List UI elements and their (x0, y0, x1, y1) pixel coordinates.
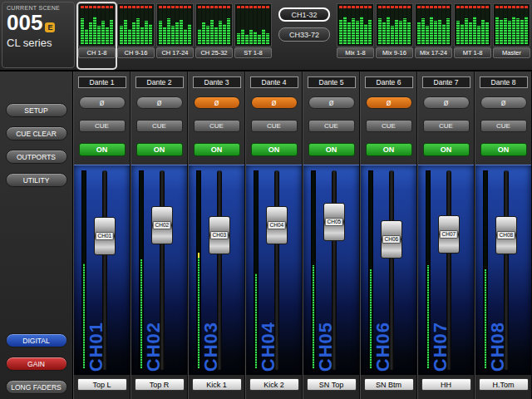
fader-cap[interactable]: CH02 (151, 206, 173, 244)
phase-button[interactable]: ø (480, 96, 527, 109)
meter-block-tab[interactable]: ST 1-8 (234, 47, 272, 58)
fader-cap[interactable]: CH08 (495, 216, 517, 254)
channel-name[interactable]: SN Btm (364, 378, 414, 391)
mini-meter (167, 6, 170, 44)
setup-button[interactable]: SETUP (6, 103, 67, 117)
fader-cap[interactable]: CH03 (209, 216, 230, 254)
meter-block-tab[interactable]: Mix 9-16 (376, 47, 413, 58)
meter-block-tab[interactable]: MT 1-8 (454, 47, 491, 58)
meter-block-tab[interactable]: CH 1-8 (78, 47, 116, 58)
cue-button[interactable]: CUE (194, 120, 240, 132)
phase-button[interactable]: ø (79, 96, 126, 109)
meter-block[interactable]: ST 1-8 (234, 3, 272, 68)
port-patch-label[interactable]: Dante 3 (193, 76, 241, 88)
phase-button[interactable]: ø (423, 96, 470, 109)
meter-block[interactable]: CH 9-16 (117, 3, 155, 68)
channel-name[interactable]: H.Tom (479, 378, 529, 391)
meter-bank-selector: CH1-32 CH33-72 (273, 0, 335, 70)
mini-meter-clip-led (391, 6, 394, 8)
mini-meter (456, 6, 460, 44)
meter-block-tab[interactable]: CH 9-16 (117, 47, 155, 58)
meter-block[interactable]: CH 25-32 (195, 3, 233, 68)
channel-name[interactable]: Kick 2 (249, 378, 299, 391)
sidebar: SETUP CUE CLEAR OUTPORTS UTILITY DIGITAL… (0, 71, 73, 399)
cue-button[interactable]: CUE (480, 120, 527, 132)
cue-button[interactable]: CUE (366, 120, 412, 132)
mini-meter (124, 6, 127, 44)
fader-cap[interactable]: CH05 (323, 203, 345, 241)
on-button[interactable]: ON (480, 143, 527, 156)
on-button[interactable]: ON (308, 143, 355, 156)
gain-button[interactable]: GAIN (6, 357, 67, 371)
port-patch-label[interactable]: Dante 5 (308, 76, 356, 88)
meter-block[interactable]: CH 17-24 (156, 3, 194, 68)
mini-meter-fill (525, 17, 528, 44)
meter-select-ch33-72[interactable]: CH33-72 (278, 27, 330, 42)
meter-block-tab[interactable]: CH 17-24 (156, 47, 194, 58)
phase-button[interactable]: ø (194, 96, 240, 109)
phase-button[interactable]: ø (136, 96, 183, 109)
mini-meter-clip-led (456, 6, 460, 8)
mini-meter-fill (198, 29, 201, 44)
mini-meter-fill (469, 22, 472, 44)
mini-meter (219, 6, 222, 44)
meter-block[interactable]: Mix 17-24 (415, 3, 452, 68)
mini-meter-clip-led (227, 6, 230, 8)
meter-block[interactable]: Mix 1-8 (337, 3, 374, 68)
meter-fill (370, 269, 372, 368)
mini-meter-clip-led (465, 6, 468, 8)
fader-cap[interactable]: CH04 (266, 206, 288, 244)
mini-meter (163, 6, 166, 44)
port-patch-label[interactable]: Dante 7 (422, 76, 470, 88)
outports-button[interactable]: OUTPORTS (6, 150, 67, 164)
cue-button[interactable]: CUE (136, 120, 183, 132)
meter-block[interactable]: Mix 9-16 (376, 3, 413, 68)
fader-cap-label: CH02 (153, 221, 172, 229)
meter-block[interactable]: Master (493, 3, 530, 68)
meter-block-tab[interactable]: Master (493, 47, 530, 58)
mini-meter-clip-led (159, 6, 162, 8)
on-button[interactable]: ON (194, 143, 240, 156)
cue-button[interactable]: CUE (308, 120, 355, 132)
meter-block-meters (415, 3, 452, 47)
mini-meter (407, 6, 411, 44)
on-button[interactable]: ON (136, 143, 183, 156)
phase-button[interactable]: ø (251, 96, 298, 109)
on-button[interactable]: ON (251, 143, 298, 156)
phase-button[interactable]: ø (366, 96, 412, 109)
digital-button[interactable]: DIGITAL (6, 333, 67, 347)
on-button[interactable]: ON (79, 143, 126, 156)
cue-clear-button[interactable]: CUE CLEAR (6, 126, 67, 140)
meter-block-tab[interactable]: Mix 1-8 (337, 47, 374, 58)
on-button[interactable]: ON (366, 143, 412, 156)
fader-cap[interactable]: CH01 (94, 217, 116, 255)
cue-button[interactable]: CUE (251, 120, 298, 132)
cue-button[interactable]: CUE (79, 120, 126, 132)
phase-button[interactable]: ø (308, 96, 355, 109)
channel-name[interactable]: Top L (77, 378, 127, 391)
port-patch-label[interactable]: Dante 6 (365, 76, 413, 88)
port-patch-label[interactable]: Dante 1 (78, 76, 126, 88)
scene-panel[interactable]: CURRENT SCENE 005 E CL series (2, 2, 75, 68)
meter-block-tab[interactable]: CH 25-32 (195, 47, 233, 58)
port-patch-label[interactable]: Dante 2 (135, 76, 184, 88)
channel-name[interactable]: HH (421, 378, 471, 391)
meter-select-ch1-32[interactable]: CH1-32 (278, 7, 330, 22)
fader-cap[interactable]: CH07 (438, 215, 460, 254)
meter-block-tab-label: ST 1-8 (244, 49, 262, 57)
fader-cap[interactable]: CH06 (381, 220, 402, 259)
long-faders-button[interactable]: LONG FADERS (6, 380, 67, 394)
utility-button[interactable]: UTILITY (6, 173, 67, 187)
on-button[interactable]: ON (423, 143, 470, 156)
port-patch-label[interactable]: Dante 8 (480, 76, 528, 88)
port-patch-label[interactable]: Dante 4 (250, 76, 298, 88)
meter-block-tab[interactable]: Mix 17-24 (415, 47, 452, 58)
channel-name[interactable]: SN Top (307, 378, 357, 391)
meter-block[interactable]: CH 1-8 (78, 3, 116, 68)
channel-number: CH07 (430, 322, 451, 372)
channel-name[interactable]: Top R (135, 378, 185, 391)
channel-name[interactable]: Kick 1 (192, 378, 242, 391)
meter-block[interactable]: MT 1-8 (454, 3, 491, 68)
cue-button[interactable]: CUE (423, 120, 470, 132)
mini-meter-clip-led (202, 6, 205, 8)
